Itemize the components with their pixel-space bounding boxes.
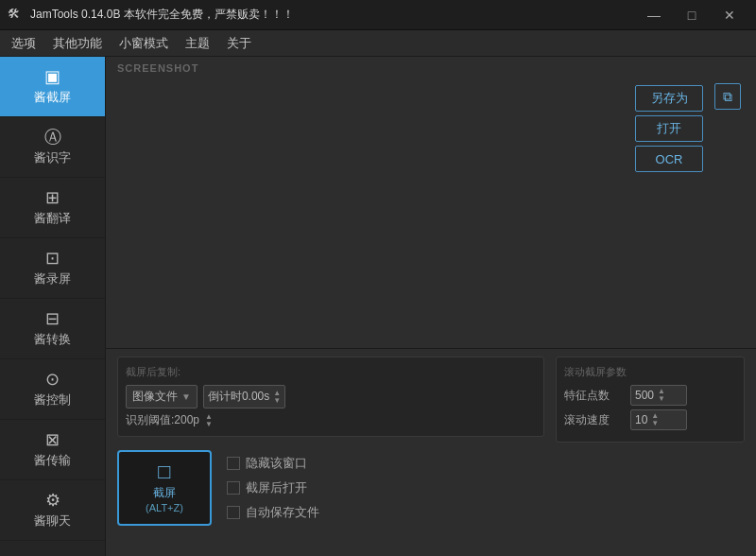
sidebar-item-screenshot[interactable]: ▣ 酱截屏 [0, 57, 105, 117]
checkboxes-group: 隐藏该窗口 截屏后打开 自动保存文件 [227, 455, 319, 521]
countdown-spinner[interactable]: 倒计时0.00s ▲ ▼ [203, 385, 285, 408]
countdown-down-icon[interactable]: ▼ [273, 397, 281, 405]
sidebar-label-transfer: 酱传输 [34, 452, 71, 469]
maximize-button[interactable]: □ [673, 0, 711, 30]
sidebar: ▣ 酱截屏 Ⓐ 酱识字 ⊞ 酱翻译 ⊡ 酱录屏 ⊟ 酱转换 ⊙ 酱控制 ⊠ 酱传… [0, 57, 106, 556]
convert-icon: ⊟ [45, 310, 60, 327]
menu-theme[interactable]: 主题 [178, 32, 217, 55]
feature-points-spinner[interactable]: 500 ▲ ▼ [630, 385, 687, 406]
title-text: JamTools 0.14.0B 本软件完全免费，严禁贩卖！！！ [30, 7, 294, 23]
feature-down-icon[interactable]: ▼ [658, 395, 665, 403]
auto-save-label: 自动保存文件 [246, 504, 319, 521]
minimize-button[interactable]: — [635, 0, 673, 30]
auto-save-checkbox[interactable] [227, 506, 240, 519]
dropdown-arrow-icon: ▼ [181, 391, 191, 402]
bottom-panel: 截屏后复制: 图像文件 ▼ 倒计时0.00s ▲ ▼ [106, 348, 756, 556]
sidebar-item-control[interactable]: ⊙ 酱控制 [0, 359, 105, 420]
sidebar-item-ocr[interactable]: Ⓐ 酱识字 [0, 117, 105, 178]
screenshot-label: SCREENSHOT [106, 57, 756, 78]
menu-mini-mode[interactable]: 小窗模式 [112, 32, 176, 55]
open-button[interactable]: 打开 [635, 115, 703, 142]
menu-about[interactable]: 关于 [219, 32, 259, 55]
hide-window-checkbox[interactable] [227, 457, 240, 470]
menu-other-functions[interactable]: 其他功能 [45, 32, 110, 55]
main-layout: ▣ 酱截屏 Ⓐ 酱识字 ⊞ 酱翻译 ⊡ 酱录屏 ⊟ 酱转换 ⊙ 酱控制 ⊠ 酱传… [0, 57, 756, 556]
ocr-button[interactable]: OCR [635, 146, 703, 172]
countdown-value: 倒计时0.00s [208, 389, 269, 405]
scroll-speed-label: 滚动速度 [564, 412, 625, 428]
title-bar-controls: — □ ✕ [635, 0, 748, 30]
screenshot-icon: ▣ [44, 68, 60, 85]
clipboard-icon[interactable]: ⧉ [714, 83, 741, 110]
control-icon: ⊙ [45, 371, 60, 388]
menu-options[interactable]: 选项 [4, 32, 43, 55]
scroll-params-title: 滚动截屏参数 [564, 365, 736, 379]
capture-button[interactable]: □ 截屏 (ALT+Z) [117, 450, 212, 526]
feature-points-label: 特征点数 [564, 388, 625, 404]
sidebar-item-record[interactable]: ⊡ 酱录屏 [0, 238, 105, 299]
translate-icon: ⊞ [45, 189, 60, 206]
sidebar-label-chat: 酱聊天 [34, 513, 71, 530]
hide-window-label: 隐藏该窗口 [246, 455, 307, 472]
open-after-checkbox[interactable] [227, 481, 240, 495]
open-after-label: 截屏后打开 [246, 479, 307, 496]
sidebar-item-translate[interactable]: ⊞ 酱翻译 [0, 178, 105, 238]
title-bar-left: 🛠 JamTools 0.14.0B 本软件完全免费，严禁贩卖！！！ [8, 7, 294, 24]
threshold-down-icon[interactable]: ▼ [205, 421, 213, 428]
scroll-speed-value: 10 [635, 413, 647, 426]
threshold-value: 识别阈值:200p [126, 412, 199, 428]
sidebar-item-chat[interactable]: ⚙ 酱聊天 [0, 480, 105, 541]
sidebar-item-convert[interactable]: ⊟ 酱转换 [0, 299, 105, 359]
after-capture-group: 截屏后复制: 图像文件 ▼ 倒计时0.00s ▲ ▼ [117, 356, 544, 437]
title-bar: 🛠 JamTools 0.14.0B 本软件完全免费，严禁贩卖！！！ — □ ✕ [0, 0, 756, 30]
sidebar-label-screenshot: 酱截屏 [34, 89, 71, 106]
bottom-options-row: 截屏后复制: 图像文件 ▼ 倒计时0.00s ▲ ▼ [117, 356, 745, 443]
content-area: SCREENSHOT 另存为 打开 OCR ⧉ 截屏后复制: 图像 [106, 57, 756, 556]
checkbox-open-after[interactable]: 截屏后打开 [227, 479, 319, 496]
ocr-icon: Ⓐ [44, 129, 61, 146]
transfer-icon: ⊠ [45, 431, 60, 448]
image-file-label: 图像文件 [132, 389, 178, 405]
preview-area: 另存为 打开 OCR ⧉ [113, 78, 748, 348]
feature-points-row: 特征点数 500 ▲ ▼ [564, 385, 736, 406]
sidebar-label-record: 酱录屏 [34, 270, 71, 287]
sidebar-label-convert: 酱转换 [34, 331, 71, 348]
checkbox-hide-window[interactable]: 隐藏该窗口 [227, 455, 319, 472]
app-icon: 🛠 [8, 7, 25, 24]
scroll-params-group: 滚动截屏参数 特征点数 500 ▲ ▼ 滚动速度 [556, 356, 745, 443]
sidebar-item-transfer[interactable]: ⊠ 酱传输 [0, 420, 105, 480]
feature-arrows: ▲ ▼ [658, 388, 665, 403]
checkbox-auto-save[interactable]: 自动保存文件 [227, 504, 319, 521]
sidebar-label-control: 酱控制 [34, 391, 71, 408]
action-buttons: 另存为 打开 OCR [635, 85, 703, 172]
record-icon: ⊡ [45, 250, 60, 267]
after-capture-title: 截屏后复制: [126, 365, 536, 379]
image-file-row: 图像文件 ▼ 倒计时0.00s ▲ ▼ [126, 385, 536, 408]
sidebar-label-ocr: 酱识字 [34, 149, 71, 166]
threshold-arrows: ▲ ▼ [205, 413, 213, 428]
feature-points-value: 500 [635, 389, 654, 402]
countdown-arrows: ▲ ▼ [273, 390, 281, 405]
chat-icon: ⚙ [45, 492, 60, 509]
scroll-down-icon[interactable]: ▼ [651, 420, 659, 427]
bottom-capture-row: □ 截屏 (ALT+Z) 隐藏该窗口 截屏后打开 [117, 450, 745, 526]
menu-bar: 选项 其他功能 小窗模式 主题 关于 [0, 30, 756, 57]
close-button[interactable]: ✕ [711, 0, 748, 30]
scroll-speed-spinner[interactable]: 10 ▲ ▼ [630, 409, 687, 430]
scroll-speed-row: 滚动速度 10 ▲ ▼ [564, 409, 736, 430]
sidebar-label-translate: 酱翻译 [34, 210, 71, 227]
image-file-select[interactable]: 图像文件 ▼ [126, 385, 198, 408]
scroll-speed-arrows: ▲ ▼ [651, 412, 659, 427]
save-as-button[interactable]: 另存为 [635, 85, 703, 112]
capture-icon: □ [158, 461, 170, 482]
capture-button-label: 截屏 (ALT+Z) [146, 486, 183, 514]
threshold-row: 识别阈值:200p ▲ ▼ [126, 412, 536, 428]
